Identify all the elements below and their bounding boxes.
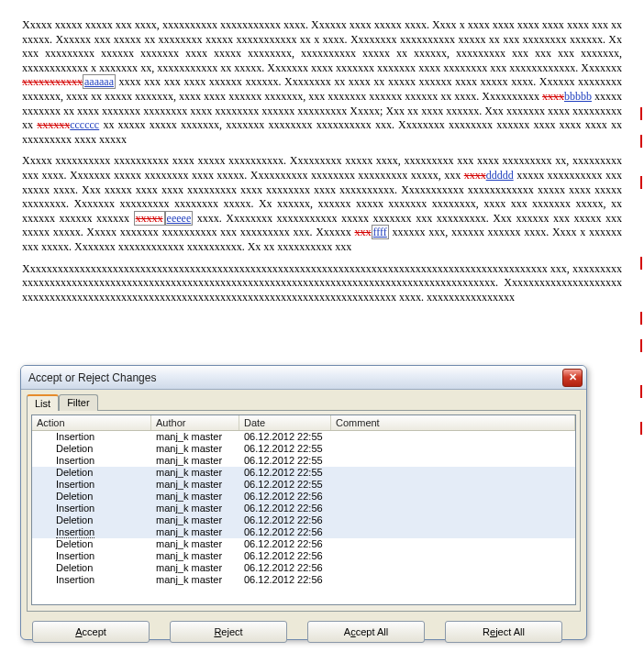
cell-action: Insertion	[32, 574, 151, 586]
cell-comment	[331, 479, 575, 491]
cell-comment	[331, 503, 575, 514]
close-icon: ✕	[569, 371, 577, 382]
table-row[interactable]: Deletionmanj_k master06.12.2012 22:56	[32, 514, 575, 526]
table-row[interactable]: Insertionmanj_k master06.12.2012 22:56	[32, 550, 575, 562]
cell-comment	[331, 455, 575, 467]
table-row[interactable]: Insertionmanj_k master06.12.2012 22:56	[32, 574, 575, 586]
cell-author: manj_k master	[151, 443, 239, 455]
cell-author: manj_k master	[151, 538, 239, 550]
cell-date: 06.12.2012 22:55	[239, 479, 331, 491]
list-body[interactable]: Insertionmanj_k master06.12.2012 22:55De…	[32, 431, 575, 604]
dialog-titlebar[interactable]: Accept or Reject Changes ✕	[21, 366, 586, 390]
cell-comment	[331, 550, 575, 562]
cell-comment	[331, 467, 575, 479]
list-header: Action Author Date Comment	[32, 415, 575, 431]
paragraph-3: Xxxxxxxxxxxxxxxxxxxxxxxxxxxxxxxxxxxxxxxx…	[22, 262, 622, 305]
table-row[interactable]: Deletionmanj_k master06.12.2012 22:56	[32, 538, 575, 550]
inserted-text[interactable]: bbbbb	[564, 90, 592, 103]
table-row[interactable]: Insertionmanj_k master06.12.2012 22:56	[32, 526, 575, 538]
tab-panel-list: Action Author Date Comment Insertionmanj…	[27, 410, 581, 612]
column-header-comment[interactable]: Comment	[331, 415, 575, 430]
close-button[interactable]: ✕	[562, 369, 583, 387]
cell-comment	[331, 526, 575, 538]
accept-all-button[interactable]: Accept All	[307, 621, 425, 643]
change-bar	[640, 385, 642, 398]
tab-bar: List Filter	[27, 393, 581, 410]
accept-button[interactable]: Accept	[32, 621, 150, 643]
cell-date: 06.12.2012 22:56	[239, 550, 331, 562]
cell-action: Deletion	[32, 514, 151, 526]
cell-date: 06.12.2012 22:55	[239, 455, 331, 467]
reject-button[interactable]: Reject	[170, 621, 287, 643]
cell-author: manj_k master	[151, 467, 239, 479]
cell-action: Insertion	[32, 479, 151, 491]
cell-action: Insertion	[32, 550, 151, 562]
cell-comment	[331, 562, 575, 574]
tab-list[interactable]: List	[27, 394, 59, 411]
cell-action: Insertion	[32, 431, 151, 443]
deleted-text: xxxx	[542, 90, 564, 103]
table-row[interactable]: Insertionmanj_k master06.12.2012 22:55	[32, 479, 575, 491]
cell-comment	[331, 491, 575, 503]
table-row[interactable]: Insertionmanj_k master06.12.2012 22:56	[32, 503, 575, 514]
cell-author: manj_k master	[151, 574, 239, 586]
inserted-text[interactable]: ffff	[372, 225, 389, 239]
cell-author: manj_k master	[151, 455, 239, 467]
dialog-title: Accept or Reject Changes	[28, 371, 562, 384]
deleted-text: xxxxxxxxxxx	[22, 75, 83, 88]
cell-comment	[331, 431, 575, 443]
inserted-text[interactable]: cccccc	[70, 118, 99, 131]
cell-author: manj_k master	[151, 526, 239, 538]
table-row[interactable]: Insertionmanj_k master06.12.2012 22:55	[32, 431, 575, 443]
cell-action: Deletion	[32, 467, 151, 479]
change-bar	[640, 257, 642, 270]
body-text: xx xxxxx xxxxx xxxxxxx, xxxxxxx xxxxxxxx…	[22, 118, 622, 146]
deleted-text: xxxx	[464, 169, 486, 182]
change-bar	[640, 107, 642, 120]
column-header-author[interactable]: Author	[151, 415, 239, 430]
document-body: Xxxxx xxxxx xxxxx xxx xxxx, xxxxxxxxxx x…	[0, 0, 644, 321]
cell-date: 06.12.2012 22:56	[239, 574, 331, 586]
cell-action: Deletion	[32, 491, 151, 503]
cell-date: 06.12.2012 22:56	[239, 503, 331, 514]
cell-action: Insertion	[32, 526, 151, 538]
cell-comment	[331, 443, 575, 455]
table-row[interactable]: Deletionmanj_k master06.12.2012 22:56	[32, 562, 575, 574]
cell-action: Deletion	[32, 562, 151, 574]
change-bar	[640, 339, 642, 352]
deleted-text: xxxxx	[134, 211, 165, 226]
cell-date: 06.12.2012 22:56	[239, 538, 331, 550]
cell-action: Deletion	[32, 538, 151, 550]
table-row[interactable]: Deletionmanj_k master06.12.2012 22:55	[32, 467, 575, 479]
change-bar	[640, 135, 642, 148]
tab-filter[interactable]: Filter	[59, 394, 97, 411]
cell-date: 06.12.2012 22:56	[239, 514, 331, 526]
column-header-action[interactable]: Action	[32, 415, 151, 430]
cell-action: Deletion	[32, 443, 151, 455]
body-text: Xxxxx xxxxx xxxxx xxx xxxx, xxxxxxxxxx x…	[22, 18, 622, 74]
table-row[interactable]: Insertionmanj_k master06.12.2012 22:55	[32, 455, 575, 467]
change-bar	[640, 176, 642, 189]
cell-author: manj_k master	[151, 514, 239, 526]
cell-date: 06.12.2012 22:55	[239, 443, 331, 455]
cell-action: Insertion	[32, 455, 151, 467]
cell-date: 06.12.2012 22:56	[239, 491, 331, 503]
cell-author: manj_k master	[151, 550, 239, 562]
table-row[interactable]: Deletionmanj_k master06.12.2012 22:55	[32, 443, 575, 455]
paragraph-2: Xxxxx xxxxxxxxxx xxxxxxxxxx xxxx xxxxx x…	[22, 154, 622, 254]
cell-date: 06.12.2012 22:56	[239, 562, 331, 574]
table-row[interactable]: Deletionmanj_k master06.12.2012 22:56	[32, 491, 575, 503]
cell-comment	[331, 514, 575, 526]
cell-author: manj_k master	[151, 479, 239, 491]
inserted-text[interactable]: eeeee	[165, 211, 194, 226]
changes-list[interactable]: Action Author Date Comment Insertionmanj…	[31, 414, 576, 605]
column-header-date[interactable]: Date	[239, 415, 331, 430]
cell-author: manj_k master	[151, 431, 239, 443]
cell-comment	[331, 574, 575, 586]
reject-all-button[interactable]: Reject All	[445, 621, 562, 643]
paragraph-1: Xxxxx xxxxx xxxxx xxx xxxx, xxxxxxxxxx x…	[22, 18, 622, 147]
inserted-text[interactable]: ddddd	[486, 169, 514, 182]
change-bar	[640, 422, 642, 435]
inserted-text[interactable]: aaaaaa	[83, 74, 116, 89]
dialog-button-row: Accept Reject Accept All Reject All	[21, 617, 586, 648]
